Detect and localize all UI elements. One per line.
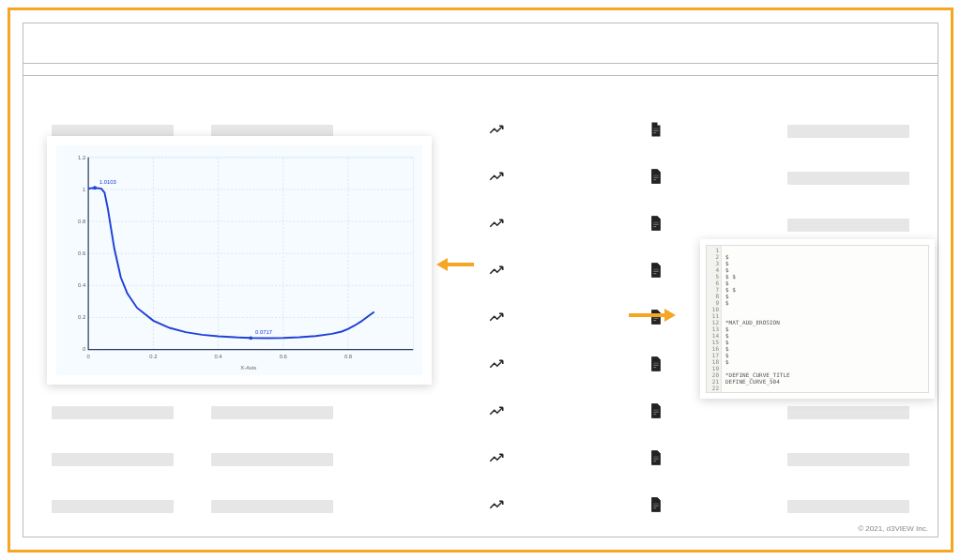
chart-link[interactable] (478, 309, 515, 329)
svg-marker-61 (664, 309, 676, 322)
file-link[interactable] (637, 262, 675, 282)
placeholder-cell (52, 500, 174, 513)
svg-text:1.0103: 1.0103 (99, 179, 116, 185)
chart-preview-popup: 1.01030.0717 00.20.40.60.811.2 00.20.40.… (47, 136, 432, 385)
svg-rect-6 (653, 222, 659, 223)
svg-rect-26 (653, 507, 657, 508)
chart-icon (488, 262, 505, 279)
placeholder-cell (211, 406, 333, 419)
file-icon (648, 215, 664, 232)
placeholder-cell (787, 125, 909, 138)
placeholder-cell (52, 453, 174, 466)
placeholder-cell (787, 500, 909, 513)
svg-rect-0 (653, 129, 659, 129)
placeholder-cell (211, 453, 333, 466)
svg-rect-5 (653, 179, 657, 180)
file-link[interactable] (637, 496, 675, 517)
svg-text:0.6: 0.6 (280, 354, 287, 359)
svg-text:0.4: 0.4 (78, 282, 86, 288)
file-link[interactable] (637, 356, 675, 376)
chart-link[interactable] (478, 449, 515, 470)
chart-icon (488, 402, 505, 419)
chart-link[interactable] (478, 496, 515, 517)
svg-rect-3 (653, 175, 659, 176)
chart-icon (488, 449, 505, 466)
svg-rect-18 (653, 410, 659, 411)
placeholder-cell (211, 500, 333, 513)
svg-rect-25 (653, 506, 659, 507)
file-link[interactable] (637, 402, 675, 423)
file-link[interactable] (637, 449, 675, 470)
svg-text:X-Axis: X-Axis (240, 365, 256, 371)
svg-rect-7 (653, 224, 659, 225)
svg-text:1.2: 1.2 (78, 155, 85, 160)
svg-rect-10 (653, 271, 659, 272)
chart-link[interactable] (478, 121, 515, 142)
chart-icon (488, 168, 505, 185)
file-icon (648, 496, 664, 513)
svg-rect-1 (653, 130, 659, 131)
file-link[interactable] (637, 168, 675, 189)
svg-text:0.8: 0.8 (344, 354, 352, 359)
chart-icon (488, 356, 505, 372)
chart-link[interactable] (478, 356, 515, 376)
copyright-footer: © 2021, d3VIEW Inc. (858, 524, 928, 533)
chart-icon (488, 121, 505, 138)
placeholder-cell (787, 453, 909, 466)
chart-link[interactable] (478, 402, 515, 423)
line-number-gutter: 1234567891011121314151617181920212223242… (707, 246, 722, 392)
table-row (52, 436, 909, 483)
svg-rect-15 (653, 363, 659, 364)
svg-rect-8 (653, 226, 657, 227)
file-link[interactable] (637, 121, 675, 142)
placeholder-cell (52, 406, 174, 419)
svg-rect-11 (653, 273, 657, 274)
svg-text:1: 1 (83, 187, 85, 192)
file-icon (648, 402, 664, 419)
chart-link[interactable] (478, 168, 515, 189)
header-divider (23, 63, 938, 76)
svg-rect-24 (653, 504, 659, 505)
svg-text:0.2: 0.2 (149, 354, 157, 359)
keyword-file-preview-popup: 1234567891011121314151617181920212223242… (700, 239, 935, 399)
svg-text:0.2: 0.2 (78, 314, 85, 320)
arrow-left-icon (436, 255, 474, 274)
svg-rect-22 (653, 459, 659, 460)
code-editor: 1234567891011121314151617181920212223242… (706, 245, 929, 393)
chart-link[interactable] (478, 215, 515, 235)
svg-rect-23 (653, 461, 657, 462)
arrow-right-icon (629, 306, 676, 325)
svg-rect-16 (653, 365, 659, 366)
svg-rect-20 (653, 414, 657, 415)
svg-text:0.0717: 0.0717 (255, 329, 272, 335)
svg-rect-19 (653, 412, 659, 413)
chart-link[interactable] (478, 262, 515, 282)
svg-rect-21 (653, 457, 659, 458)
file-icon (648, 168, 664, 185)
placeholder-cell (787, 406, 909, 419)
svg-text:0.6: 0.6 (78, 250, 85, 256)
svg-point-42 (93, 186, 97, 189)
svg-point-44 (249, 336, 252, 340)
table-row (52, 483, 909, 530)
file-icon (648, 449, 664, 466)
svg-text:0.4: 0.4 (215, 354, 223, 359)
chart-icon (488, 215, 505, 232)
svg-rect-9 (653, 269, 659, 270)
code-content: $$$$ $$$ $$$*MAT_ADD_EROSION$$$$$$*DEFIN… (725, 246, 928, 393)
chart-icon (488, 309, 505, 325)
file-link[interactable] (637, 215, 675, 235)
svg-rect-17 (653, 367, 657, 368)
chart-icon (488, 496, 505, 513)
file-icon (648, 356, 664, 372)
line-chart: 1.01030.0717 00.20.40.60.811.2 00.20.40.… (56, 145, 422, 375)
file-icon (648, 121, 664, 138)
file-icon (648, 262, 664, 279)
svg-rect-2 (653, 132, 657, 133)
svg-text:0.8: 0.8 (78, 219, 85, 224)
placeholder-cell (787, 172, 909, 185)
svg-rect-4 (653, 177, 659, 178)
svg-marker-59 (436, 258, 448, 271)
placeholder-cell (787, 219, 909, 232)
